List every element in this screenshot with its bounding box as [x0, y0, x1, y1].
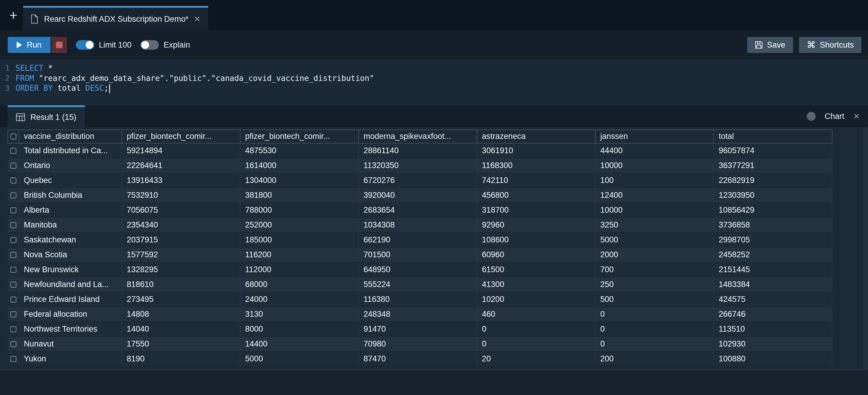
row-checkbox-cell[interactable] [8, 218, 19, 233]
limit-toggle[interactable] [76, 40, 94, 50]
table-row[interactable]: Prince Edward Island27349524000116380102… [8, 292, 868, 307]
sql-editor[interactable]: 1SELECT *2FROM "rearc_adx_demo_data_shar… [0, 60, 868, 105]
row-checkbox-cell[interactable] [8, 143, 19, 158]
table-row[interactable]: Ontario222646411614000113203501168300100… [8, 158, 868, 173]
table-cell: 2354340 [122, 218, 240, 233]
explain-toggle-group: Explain [141, 40, 190, 50]
row-checkbox-cell[interactable] [8, 277, 19, 292]
table-cell: 1304000 [240, 173, 359, 188]
row-checkbox-cell[interactable] [8, 307, 19, 322]
result-tab[interactable]: Result 1 (15) [8, 105, 85, 127]
table-cell: 3920040 [359, 188, 477, 203]
table-cell: 200 [595, 352, 714, 366]
table-row[interactable]: Newfoundland and La...818610680005552244… [8, 277, 868, 292]
table-cell: 818610 [122, 277, 240, 292]
row-checkbox-cell[interactable] [8, 352, 19, 366]
editor-lines: 1SELECT *2FROM "rearc_adx_demo_data_shar… [0, 63, 868, 93]
run-label: Run [27, 40, 42, 50]
table-cell: 68000 [240, 277, 359, 292]
row-checkbox-cell[interactable] [8, 188, 19, 203]
table-row[interactable]: Total distributed in Ca...59214894487553… [8, 143, 868, 158]
row-checkbox[interactable] [10, 252, 17, 258]
row-checkbox[interactable] [10, 178, 17, 184]
table-row[interactable]: Nunavut17550144007098000102930 [8, 337, 868, 352]
limit-toggle-group: Limit 100 [76, 40, 132, 50]
table-cell: 10856429 [714, 203, 832, 218]
result-tab-label: Result 1 (15) [30, 113, 76, 122]
code-line[interactable]: 1SELECT * [0, 63, 868, 73]
explain-toggle[interactable] [141, 40, 159, 50]
editor-tab[interactable]: Rearc Redshift ADX Subscription Demo* ✕ [23, 6, 208, 30]
row-checkbox-cell[interactable] [8, 158, 19, 173]
row-checkbox-cell[interactable] [8, 292, 19, 307]
table-row[interactable]: Yukon819050008747020200100880 [8, 352, 868, 366]
table-cell: 8190 [122, 352, 240, 366]
table-row[interactable]: Manitoba23543402520001034308929603250373… [8, 218, 868, 233]
line-number: 2 [0, 74, 16, 82]
table-row[interactable]: Saskatchewan2037915185000662190108600500… [8, 233, 868, 247]
row-checkbox[interactable] [10, 148, 17, 154]
column-header-pfizer-biontech-comir[interactable]: pfizer_biontech_comir... [122, 130, 240, 143]
table-row[interactable]: Nova Scotia15775921162007015006096020002… [8, 247, 868, 262]
table-row[interactable]: Quebec1391643313040006720276742110100226… [8, 173, 868, 188]
row-checkbox[interactable] [10, 237, 17, 243]
row-checkbox-cell[interactable] [8, 233, 19, 247]
table-cell: 2037915 [122, 233, 240, 247]
row-checkbox-cell[interactable] [8, 262, 19, 277]
table-cell: 788000 [240, 203, 359, 218]
column-header-moderna-spikevaxfoot[interactable]: moderna_spikevaxfoot... [359, 130, 477, 143]
row-checkbox[interactable] [10, 297, 17, 303]
row-checkbox[interactable] [10, 207, 17, 213]
shortcuts-button[interactable]: ⌘ Shortcuts [799, 37, 862, 53]
chart-toggle[interactable] [807, 112, 816, 121]
table-cell: 14040 [122, 322, 240, 337]
row-checkbox[interactable] [10, 163, 17, 169]
row-checkbox-cell[interactable] [8, 247, 19, 262]
row-checkbox[interactable] [10, 341, 17, 347]
column-header-janssen[interactable]: janssen [595, 130, 714, 143]
row-checkbox-cell[interactable] [8, 173, 19, 188]
row-checkbox-cell[interactable] [8, 322, 19, 337]
table-row[interactable]: New Brunswick132829511200064895061500700… [8, 262, 868, 277]
tab-close-icon[interactable]: ✕ [194, 14, 200, 24]
stop-button[interactable] [52, 37, 67, 53]
save-icon [755, 41, 763, 49]
row-checkbox[interactable] [10, 222, 17, 228]
save-button[interactable]: Save [747, 37, 793, 53]
code-line[interactable]: 2FROM "rearc_adx_demo_data_share"."publi… [0, 73, 868, 83]
vertical-scrollbar[interactable] [863, 127, 868, 370]
table-cell: 96057874 [714, 143, 832, 158]
table-cell: 648950 [359, 262, 477, 277]
select-all-cell[interactable] [8, 130, 19, 143]
select-all-checkbox[interactable] [10, 133, 17, 140]
table-cell: 108600 [477, 233, 595, 247]
table-cell: 0 [595, 337, 714, 352]
table-row[interactable]: Federal allocation1480831302483484600266… [8, 307, 868, 322]
column-header-pfizer-biontech-comir[interactable]: pfizer_biontech_comir... [240, 130, 359, 143]
row-checkbox[interactable] [10, 282, 17, 287]
row-checkbox[interactable] [10, 311, 17, 317]
column-header-astrazeneca[interactable]: astrazeneca [477, 130, 595, 143]
table-cell: 7056075 [122, 203, 240, 218]
results-close-icon[interactable]: ✕ [853, 112, 860, 121]
row-checkbox[interactable] [10, 356, 17, 362]
row-checkbox-cell[interactable] [8, 203, 19, 218]
row-checkbox[interactable] [10, 192, 17, 199]
table-cell: 91470 [359, 322, 477, 337]
row-checkbox-cell[interactable] [8, 337, 19, 352]
table-row[interactable]: British Columbia753291038180039200404568… [8, 188, 868, 203]
table-cell: 381800 [240, 188, 359, 203]
table-row[interactable]: Alberta705607578800026836543187001000010… [8, 203, 868, 218]
new-tab-button[interactable]: + [4, 0, 23, 30]
row-checkbox[interactable] [10, 326, 17, 332]
table-cell: 424575 [714, 292, 832, 307]
run-button[interactable]: Run [8, 37, 51, 53]
table-cell: Alberta [19, 203, 122, 218]
column-header-total[interactable]: total [714, 130, 832, 143]
row-checkbox[interactable] [10, 267, 17, 273]
command-icon: ⌘ [807, 40, 816, 49]
column-header-vaccine-distribution[interactable]: vaccine_distribution [19, 130, 122, 143]
table-cell: 0 [595, 322, 714, 337]
code-line[interactable]: 3ORDER BY total DESC; [0, 83, 868, 93]
table-row[interactable]: Northwest Territories1404080009147000113… [8, 322, 868, 337]
